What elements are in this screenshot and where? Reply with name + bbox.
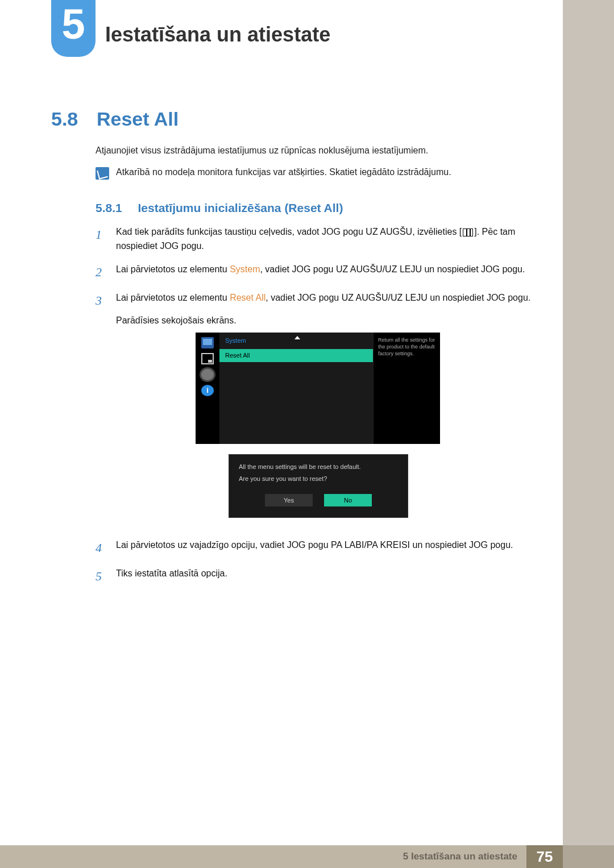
subsection-heading: 5.8.1 Iestatījumu inicializēšana (Reset … (96, 201, 343, 215)
dialog-no-button: No (324, 494, 372, 506)
section-heading: 5.8 Reset All (51, 108, 179, 130)
step-body: Kad tiek parādīts funkcijas taustiņu ceļ… (116, 225, 533, 254)
info-icon: i (201, 385, 214, 396)
note-row: Atkarībā no modeļa monitora funkcijas va… (96, 167, 451, 180)
osd-system-label: System (219, 333, 373, 349)
step-4: 4 Lai pārvietotos uz vajadzīgo opciju, v… (96, 538, 533, 558)
dialog-line-1: All the menu settings will be reset to d… (239, 462, 398, 472)
step-2: 2 Lai pārvietotos uz elementu System, va… (96, 263, 533, 282)
footer-chapter-label: 5 Iestatīšana un atiestate (0, 845, 526, 868)
step-text: Lai pārvietotos uz elementu (116, 293, 230, 302)
step-number: 1 (96, 225, 106, 254)
step-number: 4 (96, 538, 106, 558)
step-text: Lai pārvietotos uz elementu (116, 264, 230, 274)
step-body: Lai pārvietotos uz vajadzīgo opciju, vad… (116, 538, 533, 558)
dialog-line-2: Are you sure you want to reset? (239, 474, 398, 484)
monitor-icon (201, 337, 214, 348)
osd-screenshot: i System Reset All Return all the settin… (196, 333, 440, 518)
footer-stripe-gap (563, 845, 614, 868)
step-5: 5 Tiks iestatīta atlasītā opcija. (96, 567, 533, 586)
dialog-buttons: Yes No (239, 494, 398, 506)
chapter-number-tab: 5 (51, 0, 96, 57)
menu-icon (463, 229, 473, 236)
highlight-resetall: Reset All (230, 293, 265, 302)
note-icon (96, 167, 109, 180)
osd-main-panel: i System Reset All Return all the settin… (196, 333, 440, 444)
page-footer: 5 Iestatīšana un atiestate 75 (0, 845, 614, 868)
step-3: 3 Lai pārvietotos uz elementu Reset All,… (96, 291, 533, 530)
note-text: Atkarībā no modeļa monitora funkcijas va… (116, 167, 451, 177)
highlight-system: System (230, 264, 260, 274)
step-after-text: Parādīsies sekojošais ekrāns. (116, 314, 533, 328)
step-number: 3 (96, 291, 106, 530)
step-text: Kad tiek parādīts funkcijas taustiņu ceļ… (116, 227, 462, 236)
step-body: Lai pārvietotos uz elementu Reset All, v… (116, 291, 533, 530)
osd-menu-area: System Reset All (219, 333, 373, 444)
section-number: 5.8 (51, 108, 97, 130)
dialog-yes-button: Yes (265, 494, 313, 506)
osd-description: Return all the settings for the product … (373, 333, 440, 444)
step-text: , vadiet JOG pogu UZ AUGŠU/UZ LEJU un no… (265, 293, 530, 302)
osd-confirm-dialog: All the menu settings will be reset to d… (229, 454, 408, 518)
section-intro: Atjaunojiet visus izstrādājuma iestatīju… (96, 146, 428, 156)
section-title: Reset All (97, 108, 179, 130)
gear-icon (201, 369, 214, 380)
side-stripe (563, 0, 614, 868)
step-number: 2 (96, 263, 106, 282)
step-body: Tiks iestatīta atlasītā opcija. (116, 567, 533, 586)
osd-icon-column: i (196, 333, 219, 444)
chevron-up-icon (294, 336, 300, 339)
steps-list: 1 Kad tiek parādīts funkcijas taustiņu c… (96, 225, 533, 595)
step-1: 1 Kad tiek parādīts funkcijas taustiņu c… (96, 225, 533, 254)
subsection-title: Iestatījumu inicializēšana (Reset All) (138, 201, 343, 214)
step-number: 5 (96, 567, 106, 586)
osd-selected-item: Reset All (219, 349, 373, 362)
step-text: , vadiet JOG pogu UZ AUGŠU/UZ LEJU un no… (260, 264, 525, 274)
subsection-number: 5.8.1 (96, 201, 135, 215)
chapter-title: Iestatīšana un atiestate (105, 23, 330, 47)
pip-icon (201, 353, 214, 364)
step-body: Lai pārvietotos uz elementu System, vadi… (116, 263, 533, 282)
footer-page-number: 75 (526, 845, 563, 868)
